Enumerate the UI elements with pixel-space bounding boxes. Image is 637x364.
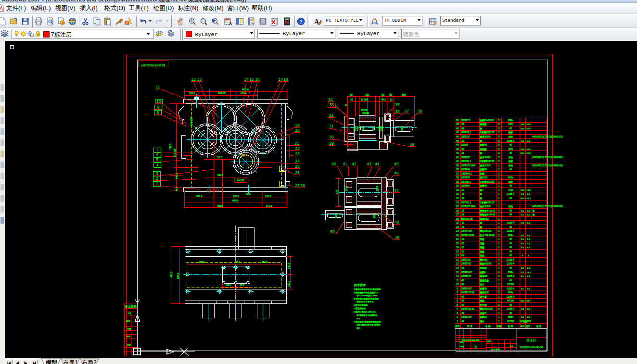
svg-text:3: 3: [457, 312, 458, 314]
svg-text:-11: -11: [461, 246, 464, 249]
svg-text:3: 3: [498, 119, 500, 122]
svg-text:螺母M10: 螺母M10: [480, 291, 489, 294]
svg-text:49: 49: [395, 235, 399, 240]
svg-text:130.0: 130.0: [287, 263, 290, 269]
svg-text:1.5: 1.5: [521, 193, 524, 195]
svg-text:轴-I: 轴-I: [480, 189, 484, 192]
svg-text:共 张 第 张: 共 张 第 张: [491, 348, 500, 351]
svg-text:55k6: 55k6: [372, 126, 375, 131]
svg-text:58.7: 58.7: [526, 300, 531, 302]
svg-text:12: 12: [456, 275, 459, 277]
svg-text:45: 45: [510, 238, 512, 240]
svg-text:44: 44: [375, 162, 380, 166]
svg-text:2: 2: [498, 148, 500, 151]
svg-text:180: 180: [365, 94, 369, 96]
svg-text:6.箱内O.装C(N-460L.6m: 6.箱内O.装C(N-460L.6m: [354, 311, 376, 314]
svg-text:23: 23: [456, 229, 459, 232]
svg-text:37: 37: [404, 109, 409, 113]
svg-text:1: 1: [498, 238, 500, 240]
svg-text:6: 6: [498, 275, 500, 277]
svg-text:Q235-A: Q235-A: [507, 140, 515, 142]
svg-text:油,油面高于 2点标高位,: 油,油面高于 2点标高位,: [357, 314, 378, 317]
svg-text:10: 10: [456, 283, 459, 286]
svg-text:4.3: 4.3: [527, 267, 530, 269]
svg-text:45: 45: [510, 246, 512, 249]
svg-text:851.5: 851.5: [262, 261, 268, 264]
svg-text:41.6: 41.6: [526, 152, 531, 154]
svg-text:-17: -17: [461, 210, 464, 212]
svg-text:48: 48: [456, 127, 459, 130]
svg-text:37: 37: [456, 172, 459, 175]
svg-text:170: 170: [335, 190, 338, 194]
svg-text:轴端盖: 轴端盖: [480, 123, 487, 126]
svg-text:40: 40: [331, 162, 336, 166]
svg-text:1: 1: [498, 180, 500, 183]
svg-text:160.639: 160.639: [190, 117, 193, 126]
svg-text:12: 12: [191, 77, 196, 82]
svg-text:44.3: 44.3: [381, 99, 386, 101]
svg-text:2: 2: [498, 291, 500, 294]
svg-text:44: 44: [456, 143, 459, 146]
svg-text:技术要求: 技术要求: [354, 284, 366, 287]
svg-text:单件: 单件: [520, 325, 525, 327]
svg-text:GB/T93-87: GB/T93-87: [461, 288, 472, 290]
svg-text:172.125: 172.125: [173, 149, 176, 157]
svg-text:减速机: 减速机: [526, 339, 536, 342]
svg-text:1: 1: [498, 250, 500, 253]
svg-text:垫圈20-d5X10: 垫圈20-d5X10: [480, 119, 495, 122]
svg-text:5: 5: [498, 135, 500, 138]
svg-text:1: 1: [498, 320, 500, 323]
svg-text:5: 5: [498, 139, 500, 142]
svg-text:4.2: 4.2: [521, 234, 524, 237]
svg-text:挡圈40: 挡圈40: [480, 144, 487, 147]
svg-text:5.6: 5.6: [521, 222, 524, 224]
svg-text:13: 13: [456, 271, 459, 274]
svg-text:于0.16mm铅丝4T3mm.: 于0.16mm铅丝4T3mm.: [357, 294, 378, 297]
svg-text:螺钉M6: 螺钉M6: [480, 258, 488, 261]
svg-text:1: 1: [498, 312, 500, 314]
svg-text:45: 45: [510, 312, 512, 314]
svg-text:GB/T74-2000: GB/T74-2000: [461, 234, 474, 237]
svg-text:4.3: 4.3: [527, 275, 530, 277]
svg-text:O形圈50X3.55: O形圈50X3.55: [480, 160, 495, 163]
svg-text:垫片: 垫片: [480, 283, 485, 286]
svg-text:1: 1: [498, 201, 500, 204]
svg-text:38: 38: [456, 168, 459, 171]
svg-text:1: 1: [498, 176, 500, 179]
svg-text:21: 21: [456, 238, 459, 240]
svg-text:名 称: 名 称: [485, 325, 491, 328]
svg-text:4: 4: [498, 258, 500, 261]
svg-text:45: 45: [510, 185, 512, 187]
svg-text:#45X85X20.75GCr15/P6X04Cr: #45X85X20.75GCr15/P6X04Cr: [533, 205, 563, 208]
svg-text:1: 1: [498, 188, 500, 191]
svg-text:组: 组: [533, 213, 535, 216]
svg-text:Q235-A: Q235-A: [507, 259, 515, 261]
svg-text:1: 1: [498, 184, 500, 187]
svg-text:53.1: 53.1: [521, 300, 525, 302]
svg-text:GB3452.1: GB3452.1: [461, 131, 471, 134]
svg-text:150.0: 150.0: [233, 195, 239, 198]
svg-text:4: 4: [528, 254, 529, 257]
svg-text:6: 6: [156, 152, 159, 157]
svg-text:5.4: 5.4: [527, 222, 530, 224]
svg-text:数量: 数量: [497, 325, 501, 327]
svg-text:65Mn: 65Mn: [508, 291, 514, 294]
svg-text:1: 1: [498, 254, 500, 257]
svg-text:485.0: 485.0: [217, 204, 223, 207]
svg-text:32: 32: [456, 192, 459, 195]
svg-text:5: 5: [498, 156, 500, 159]
svg-text:1: 1: [498, 234, 500, 237]
svg-text:19.6: 19.6: [521, 189, 525, 191]
svg-text:GB/T297-1994: GB/T297-1994: [461, 205, 476, 208]
svg-text:6: 6: [498, 229, 500, 232]
svg-text:GB/T297: GB/T297: [461, 136, 470, 138]
svg-text:49: 49: [456, 123, 459, 126]
svg-text:套: 套: [480, 140, 483, 142]
svg-text:定位销: 定位销: [480, 303, 487, 307]
svg-text:21: 21: [294, 141, 299, 146]
svg-text:27: 27: [295, 183, 300, 188]
svg-text:4.按齿长接触斑.: 4.按齿长接触斑.: [354, 304, 369, 306]
svg-text:6: 6: [498, 271, 500, 274]
svg-text:1: 1: [498, 242, 500, 245]
svg-text:0.1: 0.1: [521, 288, 524, 290]
